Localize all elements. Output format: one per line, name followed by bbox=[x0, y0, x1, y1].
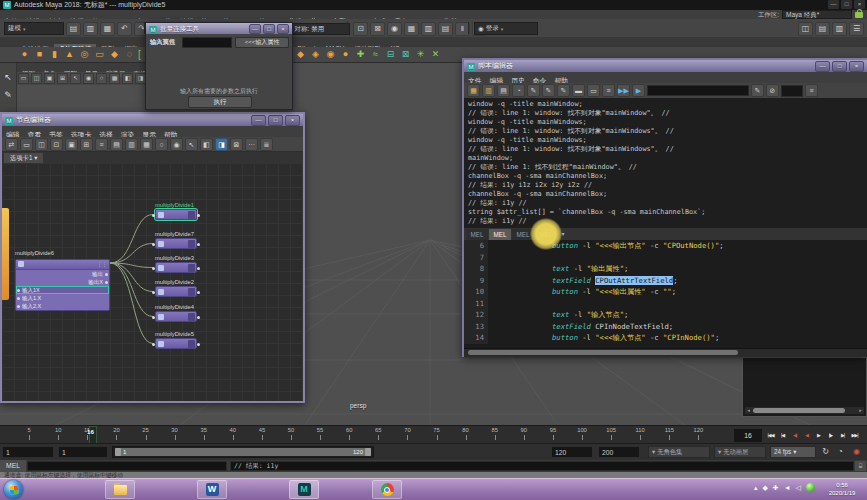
script-editor-toggle-icon[interactable]: ⌸ bbox=[855, 461, 866, 471]
undo-icon[interactable]: ↶ bbox=[117, 22, 132, 36]
save-script-icon[interactable]: ▦ bbox=[467, 84, 480, 97]
node-bar[interactable] bbox=[155, 262, 197, 273]
time-slider[interactable]: 5101520253035404550556065707580859095100… bbox=[0, 425, 867, 444]
se-close-button[interactable]: × bbox=[849, 61, 864, 72]
node-multiplyDivide7[interactable]: multiplyDivide7 bbox=[155, 230, 197, 249]
ne-icon[interactable]: ▥ bbox=[125, 138, 138, 151]
play-forward-button[interactable]: ▶ bbox=[813, 428, 824, 442]
ne-icon[interactable]: ⇄ bbox=[5, 138, 18, 151]
auto-keyframe-icon[interactable]: ◉ bbox=[850, 446, 863, 458]
script-history-pane[interactable]: window -q -title mainWindow;// 错误: line … bbox=[464, 98, 867, 228]
poly-cylinder-icon[interactable]: ▮ bbox=[48, 48, 61, 61]
ne-maximize-button[interactable]: □ bbox=[268, 115, 283, 126]
login-dropdown[interactable]: ◉ 登录▾ bbox=[474, 22, 538, 35]
taskbar-chrome-button[interactable] bbox=[372, 480, 402, 499]
input-port[interactable] bbox=[152, 267, 155, 270]
shelf-tool-icon[interactable]: ✳ bbox=[414, 48, 427, 61]
anim-prefs-clock-icon[interactable]: ◔ bbox=[834, 446, 847, 458]
ne-icon[interactable]: ≣ bbox=[260, 138, 273, 151]
loop-icon[interactable]: ↻ bbox=[819, 446, 832, 458]
node-multiplyDivide3[interactable]: multiplyDivide3 bbox=[155, 254, 197, 273]
mel-tab[interactable]: MEL bbox=[512, 229, 534, 240]
lasso-tool-icon[interactable]: ✎ bbox=[1, 88, 15, 102]
playback-end-field[interactable]: 120 bbox=[551, 446, 593, 458]
shelf-tool-icon[interactable]: ⊟ bbox=[384, 48, 397, 61]
node-multiplyDivide5[interactable]: multiplyDivide5 bbox=[155, 330, 197, 349]
dialog-run-button[interactable]: 执行 bbox=[188, 96, 252, 108]
new-scene-icon[interactable]: ▤ bbox=[66, 22, 81, 36]
node-attr-row[interactable]: 输入2.X bbox=[16, 302, 109, 310]
script-editor-titlebar[interactable]: M脚本编辑器 — □ × bbox=[464, 60, 867, 72]
execute-all-icon[interactable]: ▶▶ bbox=[617, 84, 630, 97]
taskbar-word-button[interactable]: W bbox=[197, 480, 227, 499]
script-input-pane[interactable]: 6button -l "<<<输出节点" -c "CPOutNode()";78… bbox=[464, 240, 867, 348]
node-bar[interactable] bbox=[155, 338, 197, 349]
node-multiplyDivide4[interactable]: multiplyDivide4 bbox=[155, 303, 197, 322]
poly-torus-icon[interactable]: ◎ bbox=[78, 48, 91, 61]
ne-close-button[interactable]: × bbox=[285, 115, 300, 126]
clear-input-icon[interactable]: ✎ bbox=[542, 84, 555, 97]
clear-all-icon[interactable]: ✎ bbox=[557, 84, 570, 97]
fps-dropdown[interactable]: 24 fps▾ bbox=[770, 446, 816, 458]
output-port[interactable] bbox=[197, 243, 200, 246]
taskbar-maya-button[interactable]: M bbox=[289, 480, 319, 499]
ne-icon[interactable]: ▣ bbox=[65, 138, 78, 151]
output-port[interactable] bbox=[197, 267, 200, 270]
make-live-icon[interactable]: ◉ bbox=[387, 22, 402, 36]
color-swatch[interactable] bbox=[781, 85, 803, 97]
tray-app-icon[interactable] bbox=[806, 483, 815, 492]
echo-commands-icon[interactable]: ▬ bbox=[572, 84, 585, 97]
shelf-tool-icon[interactable]: ✚ bbox=[354, 48, 367, 61]
current-time-marker[interactable]: 16 bbox=[89, 426, 97, 444]
tray-volume-icon[interactable]: ◁ bbox=[796, 484, 801, 492]
go-to-end-button[interactable]: ▶▶| bbox=[849, 428, 860, 442]
select-tool-icon[interactable]: ↖ bbox=[1, 70, 15, 84]
ne-icon[interactable]: ◧ bbox=[200, 138, 213, 151]
render-view-icon[interactable]: ▦ bbox=[404, 22, 419, 36]
output-port[interactable] bbox=[197, 343, 200, 346]
ne-icon[interactable]: ▭ bbox=[20, 138, 33, 151]
dialog-load-button[interactable]: <<<输入属性 bbox=[235, 37, 289, 48]
ne-icon[interactable]: ▦ bbox=[140, 138, 153, 151]
scroll-right-icon[interactable]: ▸ bbox=[857, 407, 864, 414]
step-forward-key-button[interactable]: ▶| bbox=[837, 428, 848, 442]
tool-settings-toggle-icon[interactable]: ▤ bbox=[815, 22, 830, 36]
ne-minimize-button[interactable]: — bbox=[251, 115, 266, 126]
script-search-input[interactable] bbox=[647, 85, 749, 96]
panel-icon[interactable]: ⊞ bbox=[57, 73, 68, 84]
dialog-maximize-button[interactable]: □ bbox=[263, 24, 275, 34]
node-multiplyDivide2[interactable]: multiplyDivide2 bbox=[155, 278, 197, 297]
shelf-tool-icon[interactable]: ⊠ bbox=[399, 48, 412, 61]
go-to-start-button[interactable]: |◀◀ bbox=[765, 428, 776, 442]
node-attr-row[interactable]: 输入1.X bbox=[16, 294, 109, 302]
poly-cube-icon[interactable]: ■ bbox=[33, 48, 46, 61]
snap-point-icon[interactable]: ⊠ bbox=[370, 22, 385, 36]
panel-icon[interactable]: ◧ bbox=[122, 73, 133, 84]
execute-line-icon[interactable]: ▶ bbox=[632, 84, 645, 97]
input-port[interactable] bbox=[152, 291, 155, 294]
anim-start-field[interactable]: 1 bbox=[2, 446, 54, 458]
ne-icon[interactable]: ↖ bbox=[185, 138, 198, 151]
character-set-dropdown[interactable]: ▾无角色集 bbox=[648, 446, 710, 458]
input-port[interactable] bbox=[152, 214, 155, 217]
ne-icon[interactable]: ◫ bbox=[35, 138, 48, 151]
node-bar[interactable] bbox=[155, 209, 197, 220]
dialog-text-field[interactable] bbox=[182, 37, 232, 48]
play-backwards-button[interactable]: ◀ bbox=[801, 428, 812, 442]
close-button[interactable]: × bbox=[854, 0, 865, 9]
node-bar[interactable] bbox=[155, 238, 197, 249]
node-attr-row[interactable]: 输出 bbox=[16, 270, 109, 278]
shelf-tool-icon[interactable]: ✕ bbox=[429, 48, 442, 61]
script-editor-hscrollbar[interactable] bbox=[464, 348, 867, 357]
node-graph[interactable]: multiplyDivide6 ⋮⋮ 输出输出X输入1X输入1.X输入2.X m… bbox=[2, 163, 303, 401]
maximize-button[interactable]: □ bbox=[841, 0, 852, 9]
node-bar[interactable] bbox=[155, 286, 197, 297]
ne-icon[interactable]: ⋯ bbox=[245, 138, 258, 151]
mel-tab[interactable]: MEL bbox=[489, 229, 511, 240]
ne-icon[interactable]: ▤ bbox=[110, 138, 123, 151]
poly-disc-icon[interactable]: ◆ bbox=[108, 48, 121, 61]
input-port[interactable] bbox=[152, 316, 155, 319]
output-port[interactable] bbox=[197, 291, 200, 294]
ne-icon[interactable]: ⊡ bbox=[50, 138, 63, 151]
workspace-dropdown[interactable]: Maya 经典* bbox=[782, 10, 852, 19]
